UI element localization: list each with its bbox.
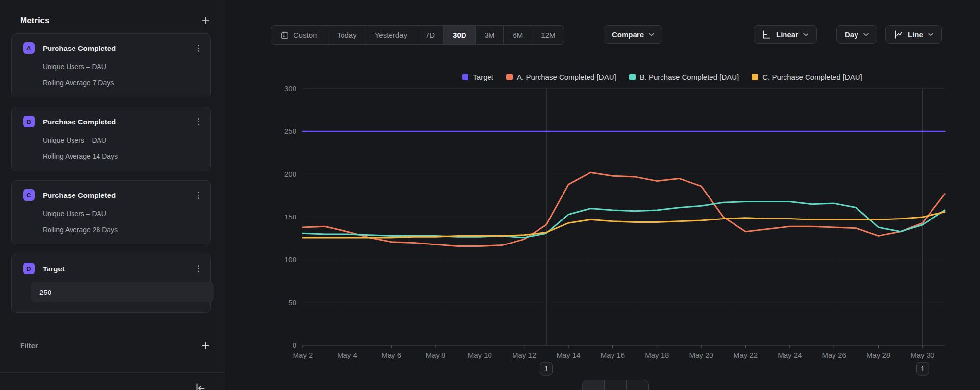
granularity-label: Day [845, 30, 858, 39]
metric-transform: Rolling Average 28 Days [43, 225, 201, 234]
compare-label: Compare [612, 30, 644, 39]
range-label: 12M [541, 31, 555, 39]
metric-measure: Unique Users – DAU [43, 136, 201, 145]
scale-label: Linear [776, 30, 798, 39]
metric-card-header: APurchase Completed [23, 42, 201, 54]
metric-transform: Rolling Average 7 Days [43, 78, 201, 87]
range-label: 30D [453, 31, 466, 39]
metric-card-header: BPurchase Completed [23, 116, 201, 127]
chart-type-select[interactable]: Line [885, 25, 942, 44]
metric-badge: B [23, 116, 35, 127]
sidebar-divider [0, 372, 225, 373]
kebab-menu-icon[interactable] [196, 263, 201, 274]
range-label: 3M [485, 31, 495, 39]
collapse-sidebar-button[interactable] [194, 382, 207, 390]
legend-swatch [462, 74, 468, 80]
metric-cards: APurchase CompletedUnique Users – DAURol… [11, 33, 211, 244]
metric-title: Purchase Completed [43, 44, 116, 52]
sidebar-title: Metrics [20, 16, 49, 25]
range-7d[interactable]: 7D [416, 26, 444, 44]
filter-section-header: Filter [20, 341, 210, 350]
chevron-down-icon [649, 33, 654, 36]
add-metric-button[interactable] [200, 16, 210, 25]
chart-type-label: Line [908, 30, 923, 39]
metrics-sidebar: Metrics APurchase CompletedUnique Users … [0, 0, 225, 390]
metric-title: Purchase Completed [43, 191, 116, 199]
metric-title: Purchase Completed [43, 118, 116, 126]
target-value-input[interactable] [31, 282, 214, 302]
range-yesterday[interactable]: Yesterday [366, 26, 416, 44]
range-3m[interactable]: 3M [476, 26, 504, 44]
line-chart-icon [894, 30, 903, 39]
legend-label: Target [473, 73, 493, 81]
chevron-down-icon [863, 33, 869, 36]
range-label: 6M [513, 31, 523, 39]
legend-label: C. Purchase Completed [DAU] [762, 73, 862, 81]
chart-panel: CustomTodayYesterday7D30D3M6M12M Compare… [226, 0, 980, 390]
legend-item[interactable]: Target [462, 73, 493, 81]
chart-style-toggle [582, 380, 649, 390]
sidebar-header: Metrics [20, 16, 210, 25]
compare-button[interactable]: Compare [604, 25, 662, 44]
metric-card[interactable]: CPurchase CompletedUnique Users – DAURol… [11, 180, 211, 244]
legend-item[interactable]: B. Purchase Completed [DAU] [629, 73, 739, 81]
metric-transform: Rolling Average 14 Days [43, 152, 201, 161]
chart-style-bar-button[interactable] [627, 380, 648, 390]
target-badge: D [23, 263, 35, 274]
date-range-selector: CustomTodayYesterday7D30D3M6M12M [271, 25, 564, 45]
range-label: Custom [294, 31, 319, 39]
target-title: Target [43, 265, 65, 273]
chevron-down-icon [928, 33, 933, 36]
collapse-left-icon [194, 382, 207, 390]
legend-item[interactable]: C. Purchase Completed [DAU] [752, 73, 862, 81]
metric-badge: C [23, 189, 35, 201]
calendar-icon [280, 31, 289, 40]
kebab-menu-icon[interactable] [196, 43, 201, 54]
range-label: 7D [425, 31, 435, 39]
range-today[interactable]: Today [328, 26, 366, 44]
legend-swatch [629, 74, 636, 80]
metric-card[interactable]: BPurchase CompletedUnique Users – DAURol… [11, 107, 211, 171]
range-label: Today [337, 31, 357, 39]
legend-swatch [752, 74, 758, 80]
legend-label: B. Purchase Completed [DAU] [640, 73, 739, 81]
legend-item[interactable]: A. Purchase Completed [DAU] [506, 73, 616, 81]
metric-badge: A [23, 42, 35, 54]
target-card[interactable]: D Target [11, 254, 211, 313]
linear-axis-icon [762, 30, 771, 39]
filter-title: Filter [20, 341, 38, 350]
scale-select[interactable]: Linear [754, 25, 817, 44]
kebab-menu-icon[interactable] [196, 116, 201, 127]
kebab-menu-icon[interactable] [196, 190, 201, 201]
app-window: 050100150200250300May 2May 4May 6May 8Ma… [0, 0, 980, 390]
range-30d[interactable]: 30D [444, 26, 476, 44]
chart-style-stacked-button[interactable] [605, 380, 627, 390]
legend-swatch [506, 74, 513, 80]
legend-label: A. Purchase Completed [DAU] [517, 73, 616, 81]
range-12m[interactable]: 12M [532, 26, 564, 44]
plus-icon [200, 16, 210, 25]
chart-legend: TargetA. Purchase Completed [DAU]B. Purc… [303, 71, 980, 83]
chart-style-line-button[interactable] [583, 380, 605, 390]
metric-measure: Unique Users – DAU [43, 209, 201, 218]
range-label: Yesterday [375, 31, 407, 39]
plus-icon [201, 341, 210, 350]
metric-card[interactable]: APurchase CompletedUnique Users – DAURol… [11, 33, 211, 98]
chevron-down-icon [803, 33, 808, 36]
metric-measure: Unique Users – DAU [43, 62, 201, 71]
metric-card-header: CPurchase Completed [23, 189, 201, 201]
granularity-select[interactable]: Day [836, 25, 877, 44]
range-custom[interactable]: Custom [271, 26, 328, 44]
range-6m[interactable]: 6M [504, 26, 532, 44]
add-filter-button[interactable] [201, 341, 210, 350]
